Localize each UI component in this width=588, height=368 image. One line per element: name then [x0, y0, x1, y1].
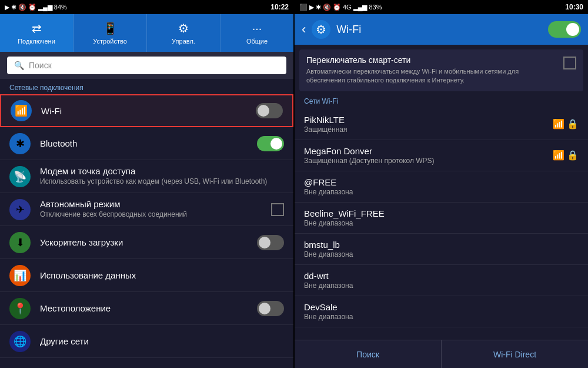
search-icon: 🔍 — [14, 61, 24, 70]
wifi-network-list: PikNikLTE Защищённая 📶 🔒 MegaFon Donver … — [295, 109, 588, 340]
tethering-icon: 📡 — [14, 170, 26, 183]
settings-item-other-networks[interactable]: 🌐 Другие сети — [0, 325, 293, 358]
data-usage-icon: 📊 — [14, 269, 26, 282]
bluetooth-item-icon: ✱ — [9, 133, 31, 154]
search-button[interactable]: Поиск — [295, 340, 442, 368]
wifi-direct-button[interactable]: Wi-Fi Direct — [442, 340, 588, 368]
data-usage-item-icon: 📊 — [9, 265, 31, 286]
wifi-network-beeline[interactable]: Beeline_WiFi_FREE Вне диапазона — [295, 203, 588, 234]
tethering-item-text: Модем и точка доступа Использовать устро… — [40, 166, 284, 187]
right-mute-icon: 🔇 — [323, 4, 331, 11]
tab-device[interactable]: 📱 Устройство — [74, 14, 147, 52]
ddwrt-status: Вне диапазона — [304, 281, 579, 290]
ddwrt-name: dd-wrt — [304, 271, 579, 281]
settings-item-bluetooth[interactable]: ✱ Bluetooth — [0, 127, 293, 160]
airplane-item-text: Автономный режим Отключение всех беспров… — [40, 199, 271, 220]
smart-switch-desc: Автоматически переключаться между Wi-Fi … — [306, 67, 557, 85]
airplane-item-icon: ✈ — [9, 199, 31, 220]
mute-icon: 🔇 — [18, 4, 26, 11]
status-icons-left: ▶ ✱ 🔇 ⏰ ▂▄▆ 84% — [5, 4, 67, 11]
beeline-text: Beeline_WiFi_FREE Вне диапазона — [304, 208, 579, 227]
tab-general[interactable]: ··· Общие — [220, 14, 293, 52]
other-networks-item-icon: 🌐 — [9, 331, 31, 352]
piknik-status: Защищённая — [304, 125, 553, 134]
bt-status-icon: ✱ — [11, 4, 16, 11]
other-networks-icon: 🌐 — [14, 335, 26, 348]
settings-item-download-booster[interactable]: ⬇ Ускоритель загрузки — [0, 226, 293, 259]
piknik-text: PikNikLTE Защищённая — [304, 115, 553, 134]
tab-connections[interactable]: ⇄ Подключени — [0, 14, 74, 52]
settings-item-data-usage[interactable]: 📊 Использование данных — [0, 259, 293, 292]
data-usage-title: Использование данных — [40, 270, 284, 280]
megafon-status: Защищённая (Доступен протокол WPS) — [304, 157, 553, 165]
wifi-network-bmstu[interactable]: bmstu_lb Вне диапазона — [295, 234, 588, 265]
wifi-network-piknik[interactable]: PikNikLTE Защищённая 📶 🔒 — [295, 109, 588, 140]
right-play-icon: ▶ — [309, 4, 314, 11]
location-item-text: Местоположение — [40, 303, 257, 313]
download-booster-title: Ускоритель загрузки — [40, 237, 257, 247]
wifi-settings-header: ‹ ⚙ Wi-Fi — [295, 14, 588, 45]
tab-connections-label: Подключени — [18, 38, 55, 45]
wifi-toggle[interactable] — [256, 103, 283, 118]
screenshot-icon: ⬛ — [299, 4, 308, 11]
status-time-left: 10:22 — [270, 3, 289, 11]
wifi-signal-icon: 📶 — [553, 118, 564, 130]
location-toggle[interactable] — [257, 301, 284, 316]
megafon-lock-icon: 🔒 — [567, 150, 579, 161]
other-networks-item-text: Другие сети — [40, 336, 284, 346]
beeline-name: Beeline_WiFi_FREE — [304, 208, 579, 218]
right-battery-label: 83% — [369, 4, 382, 11]
devsale-name: DevSale — [304, 302, 579, 312]
settings-item-wifi[interactable]: 📶 Wi-Fi — [0, 94, 293, 127]
bluetooth-toggle[interactable] — [257, 136, 284, 151]
wifi-settings-gear-icon[interactable]: ⚙ — [312, 20, 330, 39]
right-alarm-icon: ⏰ — [333, 4, 341, 11]
settings-item-airplane[interactable]: ✈ Автономный режим Отключение всех беспр… — [0, 193, 293, 226]
piknik-name: PikNikLTE — [304, 115, 553, 125]
bmstu-status: Вне диапазона — [304, 250, 579, 258]
smart-switch-title: Переключатель смарт-сети — [306, 55, 557, 65]
lock-icon: 🔒 — [567, 118, 579, 130]
signal-icon: ▂▄▆ — [38, 4, 52, 11]
right-bt-icon: ✱ — [316, 4, 321, 11]
section-header-networks: Сетевые подключения — [0, 79, 293, 94]
beeline-status: Вне диапазона — [304, 219, 579, 227]
wifi-network-free[interactable]: @FREE Вне диапазона — [295, 171, 588, 203]
wifi-network-ddwrt[interactable]: dd-wrt Вне диапазона — [295, 265, 588, 296]
megafon-signal: 📶 🔒 — [553, 150, 579, 161]
wifi-item-icon: 📶 — [11, 100, 32, 121]
airplane-item-subtitle: Отключение всех беспроводных соединений — [40, 210, 271, 220]
smart-switch-checkbox[interactable] — [563, 57, 576, 69]
tab-controls[interactable]: ⚙ Управл. — [147, 14, 220, 52]
search-input[interactable]: 🔍 Поиск — [7, 57, 286, 74]
location-title: Местоположение — [40, 303, 257, 313]
bluetooth-icon: ✱ — [16, 137, 25, 150]
back-button[interactable]: ‹ — [302, 22, 306, 37]
tethering-item-icon: 📡 — [9, 166, 31, 187]
tab-bar: ⇄ Подключени 📱 Устройство ⚙ Управл. ··· … — [0, 14, 293, 52]
wifi-icon: 📶 — [15, 104, 28, 117]
free-status: Вне диапазона — [304, 188, 579, 196]
wifi-network-devsale[interactable]: DevSale Вне диапазона — [295, 296, 588, 327]
airplane-item-title: Автономный режим — [40, 199, 271, 209]
wifi-network-megafon[interactable]: MegaFon Donver Защищённая (Доступен прот… — [295, 140, 588, 171]
search-bar: 🔍 Поиск — [0, 52, 293, 79]
bluetooth-item-text: Bluetooth — [40, 138, 257, 148]
download-booster-toggle[interactable] — [257, 235, 284, 250]
wifi-main-toggle[interactable] — [548, 21, 581, 38]
other-networks-title: Другие сети — [40, 336, 284, 346]
location-item-icon: 📍 — [9, 298, 31, 319]
wifi-bottom-buttons: Поиск Wi-Fi Direct — [295, 340, 588, 368]
controls-icon: ⚙ — [178, 21, 189, 35]
settings-item-location[interactable]: 📍 Местоположение — [0, 292, 293, 325]
left-panel: ▶ ✱ 🔇 ⏰ ▂▄▆ 84% 10:22 ⇄ Подключени 📱 Уст… — [0, 0, 293, 368]
time-left: 10:22 — [270, 3, 289, 11]
settings-list: 📶 Wi-Fi ✱ Bluetooth 📡 Модем и точка дост… — [0, 94, 293, 368]
right-status-time: 10:30 — [565, 3, 583, 11]
settings-item-tethering[interactable]: 📡 Модем и точка доступа Использовать уст… — [0, 160, 293, 193]
location-icon: 📍 — [14, 302, 26, 315]
free-name: @FREE — [304, 177, 579, 187]
airplane-checkbox[interactable] — [271, 203, 284, 216]
wifi-settings-title: Wi-Fi — [336, 24, 542, 36]
ddwrt-text: dd-wrt Вне диапазона — [304, 271, 579, 290]
